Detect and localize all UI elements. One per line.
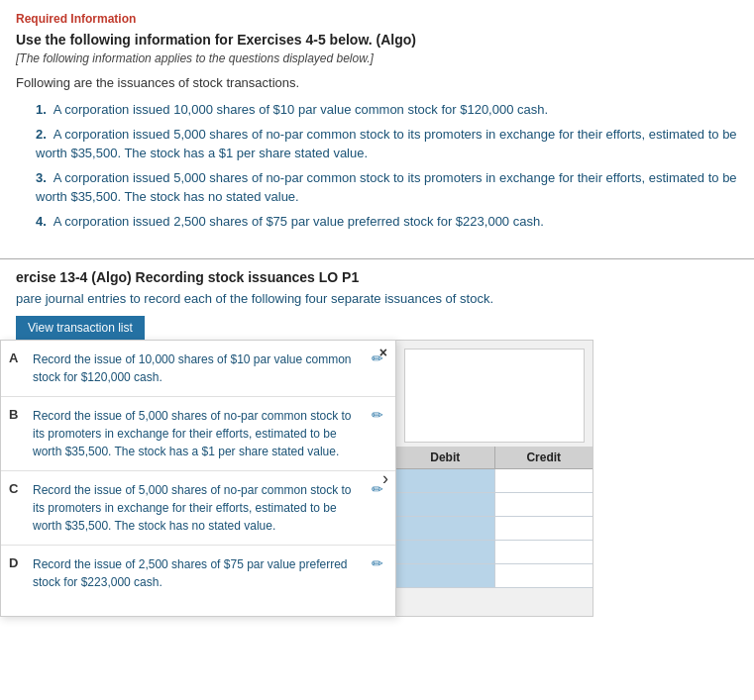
- table-header: Debit Credit: [396, 447, 592, 469]
- debit-cell[interactable]: [396, 469, 495, 492]
- edit-icon-b[interactable]: ✏: [372, 407, 383, 423]
- transaction-item-c: C Record the issue of 5,000 shares of no…: [1, 471, 395, 546]
- transaction-text-b: Record the issue of 5,000 shares of no-p…: [33, 407, 364, 460]
- top-section: Required Information Use the following i…: [0, 0, 754, 250]
- italic-note: [The following information applies to th…: [16, 51, 738, 65]
- popup-panel: × A Record the issue of 10,000 shares of…: [0, 340, 396, 617]
- exercise-title: ercise 13-4 (Algo) Recording stock issua…: [0, 269, 754, 285]
- required-info-label: Required Information: [16, 12, 738, 26]
- transaction-letter-d: D: [9, 555, 25, 570]
- intro-text: Following are the issuances of stock tra…: [16, 75, 738, 90]
- table-row: [396, 517, 592, 541]
- transaction-text-a: Record the issue of 10,000 shares of $10…: [33, 350, 364, 386]
- exercise-subtitle: pare journal entries to record each of t…: [0, 291, 754, 306]
- list-item: 2. A corporation issued 5,000 shares of …: [36, 125, 738, 163]
- page-container: Required Information Use the following i…: [0, 0, 754, 700]
- transaction-text-d: Record the issue of 2,500 shares of $75 …: [33, 555, 364, 591]
- credit-cell[interactable]: [495, 469, 593, 492]
- credit-cell[interactable]: [495, 517, 593, 540]
- debit-cell[interactable]: [396, 564, 495, 587]
- debit-cell[interactable]: [396, 541, 495, 563]
- transaction-text-c: Record the issue of 5,000 shares of no-p…: [33, 481, 364, 535]
- credit-column-header: Credit: [495, 447, 593, 468]
- white-box-area: [404, 349, 585, 443]
- table-row: [396, 469, 592, 493]
- edit-icon-a[interactable]: ✏: [372, 350, 383, 366]
- credit-cell[interactable]: [495, 493, 593, 516]
- edit-icon-d[interactable]: ✏: [372, 555, 383, 571]
- transaction-letter-b: B: [9, 407, 25, 422]
- debit-column-header: Debit: [396, 447, 495, 468]
- list-item: 3. A corporation issued 5,000 shares of …: [36, 168, 738, 207]
- transaction-item-a: A Record the issue of 10,000 shares of $…: [1, 341, 395, 397]
- transaction-list: 1. A corporation issued 10,000 shares of…: [16, 100, 738, 231]
- table-row: [396, 541, 592, 564]
- list-item: 4. A corporation issued 2,500 shares of …: [36, 212, 738, 232]
- transaction-letter-a: A: [9, 350, 25, 365]
- transaction-letter-c: C: [9, 481, 25, 496]
- transaction-item-d: D Record the issue of 2,500 shares of $7…: [1, 546, 395, 601]
- right-panel: › Debit Credit: [395, 340, 593, 617]
- main-heading: Use the following information for Exerci…: [16, 32, 738, 48]
- list-item: 1. A corporation issued 10,000 shares of…: [36, 100, 738, 120]
- debit-cell[interactable]: [396, 517, 495, 540]
- credit-cell[interactable]: [495, 541, 593, 563]
- debit-cell[interactable]: [396, 493, 495, 516]
- content-area: × A Record the issue of 10,000 shares of…: [0, 340, 754, 617]
- table-row: [396, 493, 592, 517]
- transaction-item-b: B Record the issue of 5,000 shares of no…: [1, 397, 395, 471]
- data-rows: [396, 469, 592, 588]
- section-divider: [0, 258, 754, 259]
- table-row: [396, 564, 592, 588]
- exercise-section: ercise 13-4 (Algo) Recording stock issua…: [0, 269, 754, 340]
- chevron-right-icon[interactable]: ›: [382, 468, 388, 489]
- credit-cell[interactable]: [495, 564, 593, 587]
- view-transaction-list-button[interactable]: View transaction list: [16, 316, 145, 340]
